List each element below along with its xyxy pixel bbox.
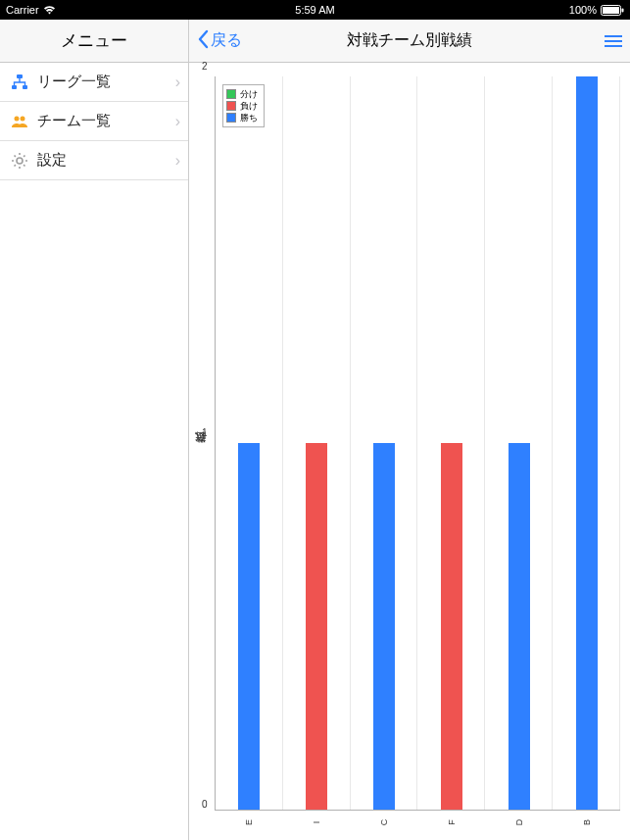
x-tick: E xyxy=(244,819,254,825)
svg-rect-2 xyxy=(622,8,624,12)
legend-label: 負け xyxy=(240,100,258,112)
sidebar-item-leagues[interactable]: リーグ一覧 › xyxy=(0,63,188,102)
bar-group: C xyxy=(351,76,418,810)
x-tick: B xyxy=(582,819,592,825)
sidebar-title: メニュー xyxy=(0,20,188,63)
legend-row: 勝ち xyxy=(226,112,258,124)
svg-point-7 xyxy=(21,116,25,121)
sidebar-item-settings[interactable]: 設定 › xyxy=(0,141,188,180)
sidebar-item-label: チーム一覧 xyxy=(37,112,111,130)
bar-segment xyxy=(373,443,395,810)
bar-segment xyxy=(441,443,462,810)
legend-swatch xyxy=(226,113,236,123)
legend-label: 分け xyxy=(240,88,258,100)
main-header: 戻る 対戦チーム別戦績 xyxy=(189,20,630,63)
gear-icon xyxy=(10,151,29,171)
bar-group: D xyxy=(485,76,553,810)
main-panel: 戻る 対戦チーム別戦績 試合数 分け負け勝ち EICFDB 012 xyxy=(189,20,630,840)
legend-swatch xyxy=(226,101,236,111)
svg-rect-1 xyxy=(603,7,619,14)
bar-group: E xyxy=(216,76,283,810)
x-tick: I xyxy=(312,821,321,824)
x-tick: F xyxy=(447,819,457,825)
bar-segment xyxy=(509,443,530,810)
sidebar-item-teams[interactable]: チーム一覧 › xyxy=(0,102,188,141)
legend-row: 負け xyxy=(226,100,258,112)
sidebar-item-label: リーグ一覧 xyxy=(37,73,111,91)
bar-group: F xyxy=(417,76,485,810)
x-tick: D xyxy=(514,819,524,826)
svg-rect-5 xyxy=(23,85,27,89)
battery-icon xyxy=(601,5,624,16)
chevron-right-icon: › xyxy=(175,152,180,170)
chevron-right-icon: › xyxy=(175,74,180,91)
chevron-right-icon: › xyxy=(175,113,180,130)
bar-segment xyxy=(576,76,598,810)
svg-rect-4 xyxy=(12,85,17,89)
sitemap-icon xyxy=(10,73,29,92)
sidebar: メニュー リーグ一覧 › チーム一覧 › 設定 › xyxy=(0,20,189,840)
status-time: 5:59 AM xyxy=(295,4,334,16)
bar-group: I xyxy=(283,76,351,810)
legend-row: 分け xyxy=(226,88,258,100)
bar-segment xyxy=(306,443,327,810)
chevron-left-icon xyxy=(197,29,209,53)
gridline xyxy=(619,76,620,810)
carrier-label: Carrier xyxy=(6,4,39,16)
svg-point-6 xyxy=(15,116,20,121)
x-tick: C xyxy=(379,819,389,826)
hamburger-icon[interactable] xyxy=(605,35,622,47)
svg-rect-3 xyxy=(17,74,23,78)
legend-swatch xyxy=(226,89,236,99)
y-tick: 0 xyxy=(202,799,208,810)
sidebar-item-label: 設定 xyxy=(37,151,67,170)
chart-legend: 分け負け勝ち xyxy=(222,84,265,127)
chart-axes: EICFDB 012 xyxy=(215,76,620,811)
bar-segment xyxy=(238,443,260,810)
svg-point-8 xyxy=(17,158,23,164)
status-bar: Carrier 5:59 AM 100% xyxy=(0,0,630,20)
page-title: 対戦チーム別戦績 xyxy=(347,30,472,51)
back-button[interactable]: 戻る xyxy=(189,29,250,53)
y-tick: 2 xyxy=(202,61,208,72)
legend-label: 勝ち xyxy=(240,112,258,124)
wifi-icon xyxy=(43,5,56,15)
chart: 試合数 分け負け勝ち EICFDB 012 xyxy=(189,63,630,840)
people-icon xyxy=(10,112,29,131)
battery-pct: 100% xyxy=(569,4,597,16)
back-label: 戻る xyxy=(211,30,242,51)
y-tick: 1 xyxy=(202,427,208,438)
bar-group: B xyxy=(553,76,620,810)
